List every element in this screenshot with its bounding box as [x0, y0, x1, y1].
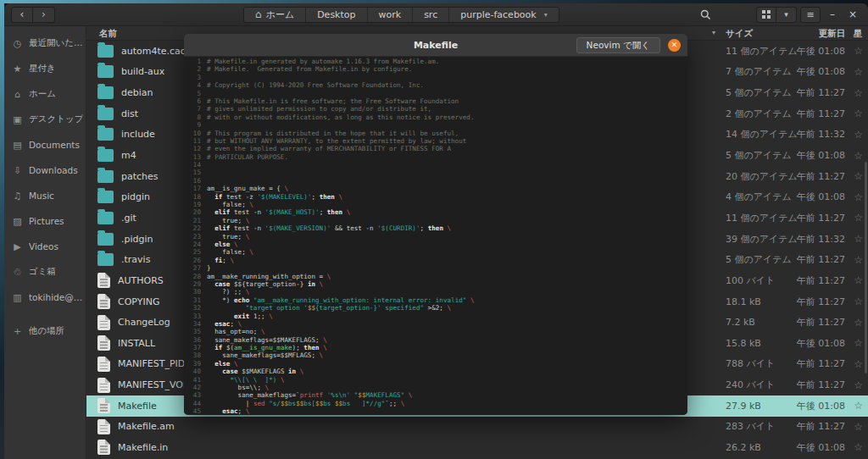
- star-toggle-icon[interactable]: ☆: [854, 166, 863, 187]
- code-line: 27}: [184, 264, 687, 272]
- code-text: true; \: [207, 233, 249, 241]
- sidebar-item-videos[interactable]: ▶Videos: [4, 234, 86, 259]
- star-toggle-icon[interactable]: ☆: [854, 186, 863, 207]
- code-line: 7# gives unlimited permission to copy an…: [184, 105, 687, 113]
- code-text: else \: [207, 241, 238, 248]
- star-toggle-icon[interactable]: ☆: [854, 437, 863, 458]
- sidebar-item-tokihide-gmail[interactable]: ▥tokihide@gmail.…: [4, 285, 86, 310]
- sidebar-item-item[interactable]: ♲ゴミ箱: [4, 259, 86, 285]
- file-name: patches: [121, 171, 159, 182]
- file-modified: 午前 11:32: [797, 229, 845, 250]
- star-toggle-icon[interactable]: ☆: [854, 291, 863, 312]
- star-toggle-icon[interactable]: ☆: [854, 333, 863, 354]
- file-name-cell: dist: [97, 103, 138, 124]
- search-button[interactable]: [695, 7, 717, 23]
- star-toggle-icon[interactable]: ☆: [854, 41, 863, 62]
- breadcrumb-purple-facebook[interactable]: purple-facebook▾: [449, 8, 559, 22]
- column-header-star[interactable]: 星: [854, 28, 863, 40]
- line-number: 6: [184, 97, 207, 105]
- code-text: # Copyright (C) 1994-2020 Free Software …: [207, 81, 424, 89]
- breadcrumb-item[interactable]: ⌂ホーム: [244, 8, 306, 22]
- file-name-cell: Makefile.am: [97, 417, 175, 438]
- file-name: COPYING: [118, 296, 159, 307]
- code-line: 2# Makefile. Generated from Makefile.in …: [184, 65, 687, 73]
- download-icon: ⇩: [12, 165, 23, 176]
- grid-view-button[interactable]: [756, 7, 776, 23]
- file-size: 39 個のアイテム: [726, 229, 798, 250]
- clock-icon: ◷: [12, 38, 23, 49]
- code-text: *) echo "am__make_running_with_option: i…: [207, 296, 475, 304]
- file-name-cell: Makefile.in: [97, 437, 168, 458]
- close-window-button[interactable]: ×: [844, 7, 861, 23]
- table-row-makefile-am[interactable]: Makefile.am283 バイト午前 11:27☆: [86, 417, 868, 438]
- code-line: 16: [184, 177, 687, 185]
- open-with-neovim-button[interactable]: Neovim で開く: [576, 37, 660, 53]
- breadcrumb-src[interactable]: src: [413, 8, 449, 22]
- star-toggle-icon[interactable]: ☆: [854, 207, 863, 229]
- file-name: Makefile: [118, 401, 157, 412]
- breadcrumb-work[interactable]: work: [368, 8, 414, 22]
- star-toggle-icon[interactable]: ☆: [854, 62, 863, 83]
- star-toggle-icon[interactable]: ☆: [854, 312, 863, 333]
- file-name: ChangeLog: [118, 317, 170, 328]
- table-row-makefile-in[interactable]: Makefile.in26.2 kB午後 01:08☆: [86, 437, 868, 458]
- code-line: 28am__make_running_with_option = \: [184, 273, 687, 280]
- line-number: 23: [184, 233, 207, 241]
- star-toggle-icon[interactable]: ☆: [854, 229, 863, 250]
- line-number: 32: [184, 304, 207, 312]
- minimize-button[interactable]: –: [824, 7, 841, 23]
- file-name: m4: [121, 150, 136, 161]
- breadcrumb-desktop[interactable]: Desktop: [306, 8, 367, 22]
- file-modified: 午前 11:27: [797, 207, 845, 229]
- desktop-background: ‹ › ⌂ホームDesktopworksrcpurple-facebook▾ ▾: [0, 0, 868, 459]
- star-toggle-icon[interactable]: ☆: [854, 395, 863, 417]
- file-size: 15.8 kB: [726, 333, 761, 354]
- sidebar-item-label: 星付き: [29, 63, 56, 75]
- file-name-cell: autom4te.cache: [97, 41, 198, 62]
- video-icon: ▶: [12, 241, 23, 252]
- forward-button[interactable]: ›: [33, 7, 55, 23]
- code-text: esac; \: [207, 407, 249, 415]
- star-toggle-icon[interactable]: ☆: [854, 103, 863, 124]
- star-toggle-icon[interactable]: ☆: [854, 145, 863, 166]
- code-line: 39 else \: [184, 360, 687, 368]
- sidebar-item-item[interactable]: ◷最近開いたファイル: [4, 30, 86, 56]
- sidebar-item-downloads[interactable]: ⇩Downloads: [4, 158, 86, 183]
- file-size: 4 個のアイテム: [726, 186, 792, 207]
- back-button[interactable]: ‹: [11, 7, 33, 23]
- view-options-dropdown[interactable]: ▾: [776, 7, 797, 23]
- scrollbar[interactable]: [865, 162, 867, 373]
- star-toggle-icon[interactable]: ☆: [854, 417, 863, 438]
- sidebar: ◷最近開いたファイル★星付き⌂ホーム▣デスクトップ▤Documents⇩Down…: [4, 26, 86, 459]
- star-toggle-icon[interactable]: ☆: [854, 354, 863, 375]
- star-toggle-icon[interactable]: ☆: [854, 124, 863, 146]
- sidebar-item-item[interactable]: +他の場所: [4, 318, 86, 344]
- sidebar-item-music[interactable]: ♫Music: [4, 183, 86, 208]
- star-toggle-icon[interactable]: ☆: [854, 82, 863, 103]
- star-toggle-icon[interactable]: ☆: [854, 270, 863, 291]
- code-text: # but WITHOUT ANY WARRANTY, to the exten…: [207, 137, 466, 145]
- sidebar-item-item[interactable]: ▣デスクトップ: [4, 107, 86, 132]
- file-modified: 午前 11:27: [797, 166, 845, 187]
- column-header-name[interactable]: 名前: [99, 28, 117, 40]
- code-text: fi; \: [207, 257, 234, 264]
- code-text: # PARTICULAR PURPOSE.: [207, 153, 288, 161]
- menu-button[interactable]: ≡: [800, 7, 821, 23]
- column-header-modified[interactable]: 更新日: [819, 28, 846, 40]
- code-text: # with or without modifications, as long…: [207, 113, 474, 121]
- sidebar-item-item[interactable]: ★星付き: [4, 56, 86, 81]
- sidebar-item-item[interactable]: ⌂ホーム: [4, 81, 86, 107]
- line-number: 22: [184, 224, 207, 232]
- picture-icon: ▨: [12, 216, 23, 227]
- close-preview-button[interactable]: ✕: [668, 39, 681, 52]
- code-text: ?) ;; \: [207, 288, 249, 296]
- star-toggle-icon[interactable]: ☆: [854, 374, 863, 395]
- code-text: | sed "s/$$bs$$bs[$$bs $$bs ]*//g"`;; \: [207, 400, 404, 407]
- column-header-size[interactable]: サイズ: [726, 28, 753, 40]
- code-line: 32 "target option '$${target_option-}' s…: [184, 304, 687, 312]
- folder-icon: [97, 128, 114, 141]
- star-toggle-icon[interactable]: ☆: [854, 249, 863, 270]
- sidebar-item-documents[interactable]: ▤Documents: [4, 132, 86, 158]
- sidebar-item-pictures[interactable]: ▨Pictures: [4, 208, 86, 234]
- sidebar-item-label: 他の場所: [29, 325, 64, 337]
